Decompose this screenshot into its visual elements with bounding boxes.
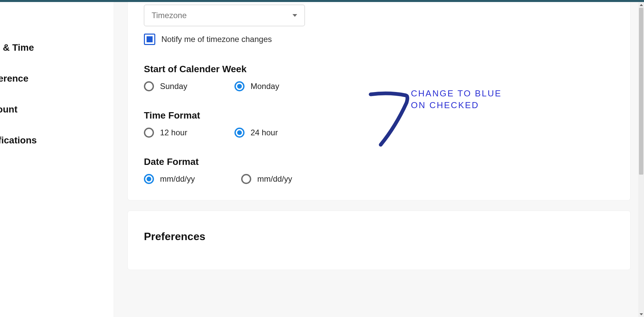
time-format-radio-group: 12 hour 24 hour (144, 128, 614, 138)
page-container: Date & Time Preference Account Notificat… (0, 2, 644, 317)
sidebar: Date & Time Preference Account Notificat… (0, 2, 114, 317)
section-title-time-format: Time Format (144, 110, 614, 121)
scroll-up-icon[interactable] (638, 2, 644, 8)
sidebar-item-label: Preference (0, 73, 29, 84)
vertical-scrollbar[interactable] (638, 2, 644, 317)
scroll-track[interactable] (638, 8, 644, 311)
radio-icon (241, 174, 251, 184)
section-title-week: Start of Calender Week (144, 64, 614, 75)
date-format-radio-group: mm/dd/yy mm/dd/yy (144, 174, 614, 184)
radio-label: mm/dd/yy (160, 174, 195, 184)
radio-option-monday[interactable]: Monday (234, 81, 302, 91)
sidebar-item-notifications[interactable]: Notifications (0, 125, 114, 156)
sidebar-item-label: Account (0, 104, 17, 115)
radio-icon (144, 81, 154, 91)
radio-icon (234, 81, 245, 91)
radio-label: Sunday (160, 82, 187, 91)
sidebar-item-label: Date & Time (0, 42, 34, 53)
radio-icon (144, 174, 154, 184)
section-title-date-format: Date Format (144, 156, 614, 167)
radio-icon (234, 128, 245, 138)
timezone-placeholder: Timezone (152, 11, 186, 20)
week-radio-group: Sunday Monday (144, 81, 614, 91)
checkbox-fill-icon (147, 36, 153, 42)
main-content: Timezone Notify me of timezone changes S… (114, 2, 644, 317)
sidebar-item-preference[interactable]: Preference (0, 63, 114, 94)
sidebar-item-account[interactable]: Account (0, 94, 114, 125)
notify-timezone-row: Notify me of timezone changes (144, 34, 614, 45)
radio-option-24hour[interactable]: 24 hour (234, 128, 302, 138)
radio-option-date-2[interactable]: mm/dd/yy (241, 174, 308, 184)
preferences-card: Preferences (127, 211, 631, 270)
radio-label: 12 hour (160, 128, 187, 137)
radio-option-sunday[interactable]: Sunday (144, 81, 211, 91)
radio-label: 24 hour (251, 128, 278, 137)
notify-timezone-label: Notify me of timezone changes (161, 35, 272, 44)
scroll-thumb[interactable] (639, 8, 643, 175)
radio-option-12hour[interactable]: 12 hour (144, 128, 211, 138)
notify-timezone-checkbox[interactable] (144, 34, 155, 45)
radio-option-date-1[interactable]: mm/dd/yy (144, 174, 211, 184)
radio-label: Monday (251, 82, 279, 91)
chevron-down-icon (292, 14, 297, 17)
settings-card: Timezone Notify me of timezone changes S… (127, 2, 631, 200)
sidebar-item-label: Notifications (0, 135, 37, 145)
scroll-down-icon[interactable] (638, 311, 644, 317)
preferences-title: Preferences (144, 230, 614, 243)
sidebar-item-date-time[interactable]: Date & Time (0, 32, 114, 63)
radio-icon (144, 128, 154, 138)
timezone-select[interactable]: Timezone (144, 5, 305, 26)
radio-label: mm/dd/yy (257, 174, 292, 184)
